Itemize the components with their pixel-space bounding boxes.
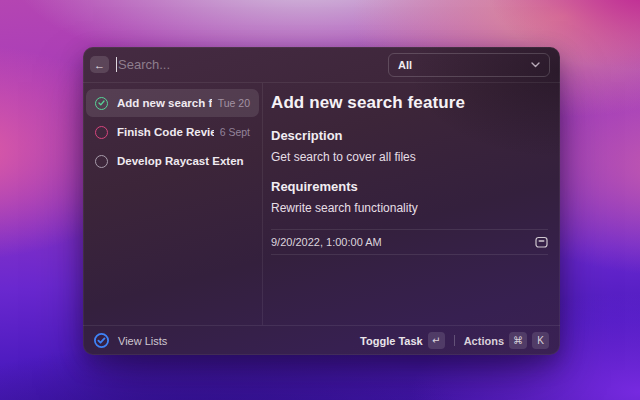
task-row-add-new-search-feature[interactable]: Add new search feature Tue 20 [86, 89, 259, 117]
task-row-finish-code-reviews[interactable]: Finish Code Reviews 6 Sept [86, 118, 259, 146]
task-title: Finish Code Reviews [117, 126, 214, 138]
check-icon [98, 100, 105, 106]
command-key-badge: ⌘ [509, 332, 527, 349]
text-cursor [116, 57, 117, 72]
actions-menu-button[interactable]: Actions ⌘ K [464, 332, 549, 349]
task-title: Develop Raycast Extension [117, 155, 244, 167]
task-detail-panel: Add new search feature Description Get s… [263, 83, 560, 325]
filter-dropdown[interactable]: All [388, 53, 550, 77]
task-list: Add new search feature Tue 20 Finish Cod… [83, 83, 262, 325]
section-heading-description: Description [271, 128, 548, 143]
calendar-icon [535, 236, 548, 248]
task-date: Tue 20 [218, 97, 250, 109]
open-circle-icon [95, 155, 108, 168]
open-circle-icon [95, 126, 108, 139]
toggle-task-label: Toggle Task [360, 335, 423, 347]
return-key-badge: ↵ [428, 332, 445, 349]
back-arrow-icon: ← [94, 59, 105, 71]
footer-bar: View Lists Toggle Task ↵ Actions ⌘ K [83, 325, 560, 355]
filter-dropdown-value: All [398, 59, 531, 71]
k-key-badge: K [532, 332, 549, 349]
search-input[interactable] [118, 57, 378, 72]
toggle-task-action[interactable]: Toggle Task ↵ [360, 332, 445, 349]
section-body-description: Get search to cover all files [271, 150, 548, 164]
task-date: 6 Sept [220, 126, 250, 138]
due-date-row: 9/20/2022, 1:00:00 AM [271, 230, 548, 255]
search-header: ← All [83, 47, 560, 83]
section-body-requirements: Rewrite search functionality [271, 201, 548, 215]
task-title: Add new search feature [117, 97, 212, 109]
back-button[interactable]: ← [90, 56, 109, 73]
detail-title: Add new search feature [271, 93, 548, 113]
due-date-value: 9/20/2022, 1:00:00 AM [271, 236, 382, 248]
footer-separator [454, 335, 455, 346]
raycast-window: ← All Add new search feature Tue 20 [83, 47, 560, 355]
chevron-down-icon [531, 62, 540, 68]
app-check-icon [94, 333, 109, 348]
check-circle-icon [95, 97, 108, 110]
section-heading-requirements: Requirements [271, 179, 548, 194]
window-body: Add new search feature Tue 20 Finish Cod… [83, 83, 560, 325]
task-row-develop-raycast-extension[interactable]: Develop Raycast Extension [86, 147, 259, 175]
footer-app-label: View Lists [118, 335, 167, 347]
actions-label: Actions [464, 335, 504, 347]
